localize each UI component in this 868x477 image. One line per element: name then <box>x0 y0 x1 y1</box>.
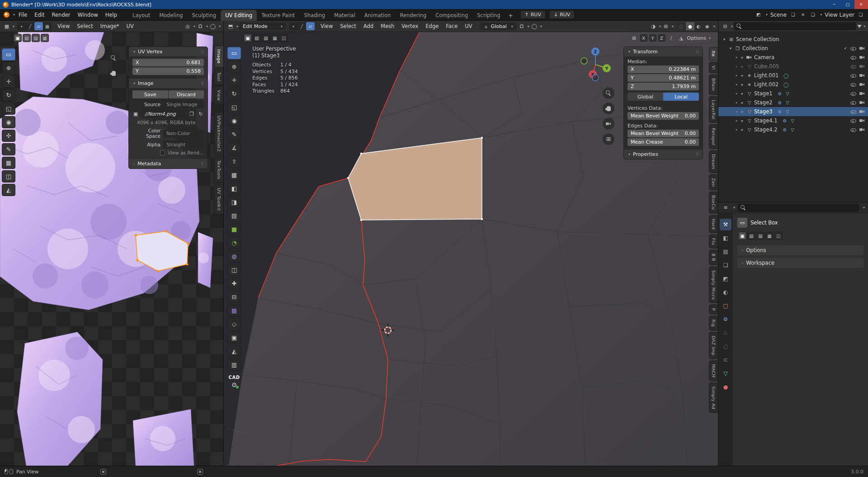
uv-editor-canvas[interactable]: ▣ ▧ ▨ ▦ ▭ ⊕ ✛ ↻ ◱ ◉ ✣ ✎ ▦ ◫ ◭ ▾ UV Verte… <box>0 32 223 466</box>
camera-visibility-icon[interactable] <box>859 82 865 87</box>
discard-button[interactable]: Discard <box>169 90 204 98</box>
tool-options-dropdown[interactable]: Options <box>687 35 706 41</box>
move-tool[interactable]: ✛ <box>2 75 15 88</box>
eye-icon[interactable] <box>850 91 856 96</box>
collection-checkbox[interactable]: ✓ <box>844 46 847 51</box>
grid-icon[interactable]: ⊞ <box>630 34 638 42</box>
expand-arrow-icon[interactable]: ▸ <box>740 55 745 60</box>
unlink-scene-icon[interactable]: ✕ <box>799 11 807 19</box>
eye-icon[interactable] <box>850 82 856 87</box>
measure-tool[interactable]: ∡ <box>227 142 241 154</box>
object-name[interactable]: Camera <box>754 54 774 61</box>
eye-icon[interactable] <box>850 109 856 114</box>
tab-particles[interactable]: ∴ <box>720 327 731 339</box>
eye-icon[interactable] <box>850 46 856 51</box>
show-gizmo-icon[interactable]: ◑ <box>649 22 657 30</box>
tab-physics[interactable]: ◌ <box>720 341 731 352</box>
camera-visibility-icon[interactable] <box>859 46 865 51</box>
eye-icon[interactable] <box>850 73 856 78</box>
view-as-render-checkbox[interactable] <box>160 150 165 155</box>
drag-mode-new-icon[interactable]: ▣ <box>14 34 22 42</box>
orientation-dropdown[interactable]: ◮ Global ▾ <box>480 23 517 30</box>
drag-handle-icon[interactable]: ⠿ <box>201 81 204 86</box>
tab-sculpting[interactable]: Sculpting <box>187 10 221 21</box>
shading-rendered-icon[interactable]: ◉ <box>703 22 712 30</box>
drag-mode-extend-icon[interactable]: ▧ <box>747 232 755 240</box>
tab-textools[interactable]: TexTools <box>214 157 223 183</box>
tab-simply-addon[interactable]: Simply Ad <box>709 383 718 413</box>
object-name[interactable]: Cube.005 <box>754 63 779 70</box>
cad-addon-block[interactable]: CAD ⚙ <box>227 375 241 388</box>
drag-mode-extend-icon[interactable]: ▧ <box>253 34 261 42</box>
object-name[interactable]: Collection <box>742 45 768 51</box>
tab-hardops[interactable]: Hard <box>709 215 718 233</box>
tab-p[interactable]: P <box>709 304 718 314</box>
image-name-field[interactable]: //Norm4.png <box>142 110 186 118</box>
tab-tool[interactable]: Tool <box>214 69 223 85</box>
local-space-button[interactable]: Local <box>663 93 699 101</box>
tab-compositing[interactable]: Compositing <box>431 10 472 21</box>
filter-icon[interactable] <box>857 25 862 28</box>
vp-menu-edge[interactable]: Edge <box>422 22 442 30</box>
drag-mode-subtract-icon[interactable]: ▨ <box>262 34 270 42</box>
mean-crease-field[interactable]: Mean Crease 0.00 <box>627 138 699 146</box>
vertex-mode-icon[interactable]: ∙ <box>289 22 297 30</box>
tab-view[interactable]: View <box>214 86 223 104</box>
transform-panel-header[interactable]: ▾ Transform ⠿ <box>624 47 703 56</box>
tab-scripting[interactable]: Scripting <box>472 10 505 21</box>
colorspace-dropdown[interactable]: Non-Color <box>163 130 204 137</box>
outliner-row-light001[interactable]: • ▸ ✳ Light.001 ◯ <box>718 71 868 80</box>
3d-viewport[interactable]: ▣ ▧ ▨ ▦ ◫ ⊞ X Y Z ∕ ◮ Options ▾ User Per… <box>223 32 718 466</box>
menu-file[interactable]: File <box>15 10 31 19</box>
drag-handle-icon[interactable]: ⠿ <box>201 50 204 54</box>
camera-visibility-icon[interactable] <box>859 127 865 132</box>
vp-menu-uv[interactable]: UV <box>462 22 475 30</box>
drag-mode-extend-icon[interactable]: ▧ <box>23 34 31 42</box>
tab-retopoflow[interactable]: Retopol <box>709 124 718 149</box>
camera-view-icon[interactable] <box>603 118 614 130</box>
close-button[interactable]: ✕ <box>854 0 868 9</box>
vertex-bevel-weight-field[interactable]: Mean Bevel Weight 0.00 <box>627 112 699 120</box>
eye-icon[interactable] <box>850 127 856 132</box>
smooth-tool[interactable]: ◭ <box>227 345 241 357</box>
drag-handle-icon[interactable]: ⠿ <box>696 50 699 54</box>
workspace-panel-header[interactable]: › Workspace <box>737 258 863 268</box>
smooth-tool[interactable]: ◭ <box>2 184 15 196</box>
view-layer-selector[interactable]: View Layer <box>825 12 854 18</box>
rotate-tool[interactable]: ↻ <box>2 89 15 101</box>
median-x-field[interactable]: X 0.22384 m <box>627 65 699 73</box>
tab-layout[interactable]: Layout <box>128 10 155 21</box>
overlays-icon[interactable]: ⊞ <box>662 22 670 30</box>
tab-bpainter[interactable]: BPain <box>709 75 718 94</box>
tab-render[interactable]: ◧ <box>720 232 731 244</box>
drag-mode-invert-icon[interactable]: ▦ <box>765 232 774 240</box>
relax-tool[interactable]: ▦ <box>2 157 15 169</box>
uv-edge-mode-icon[interactable]: ╱ <box>26 22 34 30</box>
camera-visibility-icon[interactable] <box>859 55 865 60</box>
expand-arrow-icon[interactable]: ▸ <box>740 82 745 87</box>
tab-rig[interactable]: Rig <box>709 316 718 330</box>
pinch-tool[interactable]: ◫ <box>2 170 15 182</box>
drag-mode-invert-icon[interactable]: ▦ <box>41 34 49 42</box>
shading-material-icon[interactable]: ◐ <box>694 22 703 30</box>
object-name[interactable]: Stage4.2 <box>754 126 778 133</box>
transform-tool[interactable]: ◉ <box>2 116 15 128</box>
tab-object[interactable]: ▢ <box>720 300 731 312</box>
pivot-point-icon[interactable]: ◎ <box>184 22 192 30</box>
shear-tool[interactable]: ⊟ <box>227 291 241 303</box>
randomize-tool[interactable]: ▥ <box>227 359 241 371</box>
expand-arrow-icon[interactable]: ▾ <box>722 37 726 42</box>
ortho-persp-icon[interactable]: ⊞ <box>603 133 614 145</box>
vp-menu-vertex[interactable]: Vertex <box>398 22 421 30</box>
source-dropdown[interactable]: Single Image <box>163 100 204 108</box>
scene-selector[interactable]: Scene <box>770 12 787 18</box>
rotate-tool[interactable]: ↻ <box>227 88 241 100</box>
uv-vertex-mode-icon[interactable]: ∙ <box>17 22 26 30</box>
expand-arrow-icon[interactable]: ▸ <box>740 73 745 78</box>
tab-uvpackmaster2[interactable]: UVPackmaster2 <box>214 112 223 155</box>
proportional-editing-icon[interactable]: ◯ <box>530 22 538 30</box>
tab-scene[interactable]: ◩ <box>720 273 731 285</box>
mirror-y-toggle[interactable]: Y <box>649 34 656 42</box>
vp-menu-mesh[interactable]: Mesh <box>377 22 397 30</box>
snap-magnet-icon[interactable]: Ω <box>196 22 204 30</box>
